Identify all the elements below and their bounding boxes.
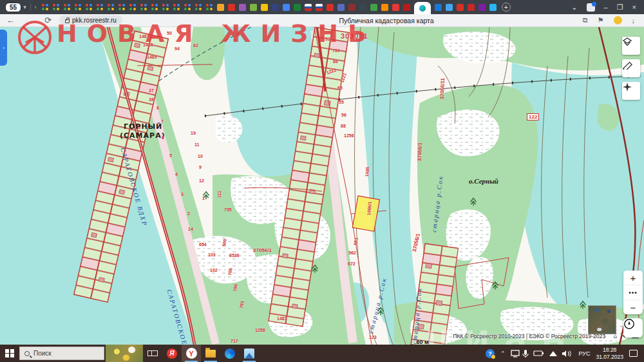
tab-search-icon[interactable]: ⌄ <box>571 3 577 12</box>
browser-tab[interactable] <box>108 4 115 11</box>
browser-tab[interactable] <box>129 4 137 11</box>
parcel-label[interactable]: 65 <box>337 86 343 90</box>
quarter-label[interactable]: 122 <box>527 113 539 120</box>
notification-center-icon[interactable] <box>629 350 638 357</box>
parcel-label[interactable]: 56 <box>341 113 346 117</box>
parcel-label[interactable]: 88 <box>341 124 346 128</box>
zoom-levels-button[interactable]: ••• <box>623 285 643 300</box>
browser-tab[interactable] <box>359 4 366 11</box>
avatar[interactable] <box>614 16 622 24</box>
parcel-label[interactable]: 11 <box>194 142 199 147</box>
layers-button[interactable] <box>622 37 640 55</box>
browser-tab[interactable] <box>195 4 202 11</box>
parcel-label[interactable]: 14 <box>188 227 193 231</box>
bookmark-icon[interactable]: ⚑ <box>598 16 604 24</box>
browser-tab[interactable] <box>370 4 377 11</box>
parcel-label[interactable]: 717 <box>231 339 238 343</box>
parcel-label[interactable]: 3 <box>181 192 184 196</box>
browser-tab[interactable] <box>42 4 49 11</box>
browser-tab[interactable] <box>272 4 279 11</box>
parcel-label[interactable]: 7 <box>161 119 164 124</box>
quarter-label[interactable]: 37056/1 <box>253 247 272 253</box>
quarter-label[interactable]: 37056/1 <box>417 142 423 161</box>
parcel-label[interactable]: 38 <box>149 97 154 102</box>
parcel-label[interactable]: 562 <box>348 251 356 255</box>
parcel-label[interactable]: 6 <box>162 135 164 140</box>
parcel-label[interactable]: 2 <box>187 211 190 216</box>
back-button[interactable]: ← <box>6 15 15 25</box>
zoom-out-button[interactable]: − <box>623 300 643 314</box>
parcel-label[interactable]: 1488 <box>143 43 153 47</box>
browser-tab[interactable] <box>151 4 158 11</box>
parcel-label[interactable]: 37 <box>149 88 154 93</box>
tray-status-icons[interactable] <box>511 349 573 358</box>
parcel-label[interactable]: 111 <box>217 191 222 198</box>
browser-tab[interactable] <box>446 4 453 11</box>
search-highlight-image[interactable] <box>106 345 143 362</box>
browser-tab[interactable] <box>261 4 268 11</box>
parcel-label[interactable]: 4 <box>175 172 178 176</box>
parcel-label[interactable]: 19 <box>191 131 196 135</box>
language-indicator[interactable]: РУС <box>578 350 590 357</box>
browser-tab[interactable] <box>162 4 169 11</box>
parcel-label[interactable]: 654 <box>199 242 207 247</box>
parcel-label[interactable]: 1485 <box>365 166 370 176</box>
download-icon[interactable]: ↓ <box>632 17 636 24</box>
quarter-label[interactable]: 37056/11 <box>439 78 446 99</box>
parcel-label[interactable]: 1481 <box>277 316 287 321</box>
browser-tab[interactable] <box>381 4 388 11</box>
url-field[interactable]: pkk.rosreestr.ru <box>59 15 122 25</box>
parcel-label[interactable]: 672 <box>348 262 355 266</box>
taskbar-search[interactable]: Поиск <box>19 347 104 360</box>
start-button[interactable] <box>0 345 19 362</box>
parcel-label[interactable]: 12 <box>199 178 204 183</box>
close-button[interactable]: × <box>632 3 636 11</box>
browser-tab[interactable] <box>239 4 246 11</box>
task-view-button[interactable] <box>143 345 162 362</box>
sidebar-panel-icon[interactable]: ⧉ <box>583 16 588 24</box>
browser-tab[interactable] <box>228 4 235 11</box>
parcel-label[interactable]: 62 <box>193 43 198 48</box>
parcel-label[interactable]: 53 <box>325 37 330 41</box>
browser-tab[interactable] <box>489 4 497 11</box>
overview-minimap[interactable] <box>588 305 616 334</box>
locate-tool-button[interactable] <box>622 82 640 100</box>
zoom-in-button[interactable]: + <box>623 271 643 285</box>
browser-tab[interactable] <box>435 4 442 11</box>
browser-tab[interactable] <box>173 4 180 11</box>
browser-tab[interactable] <box>217 4 224 11</box>
browser-tab[interactable] <box>327 4 334 11</box>
parcel-label[interactable]: 55 <box>339 100 344 104</box>
file-explorer-app[interactable] <box>201 345 220 362</box>
parcel-label[interactable]: 8 <box>156 106 159 110</box>
parcel-label[interactable]: 123 <box>369 335 377 339</box>
parcel-label[interactable]: 1256 <box>344 133 354 138</box>
parcel-label[interactable]: 1258 <box>255 328 265 332</box>
yandex-browser-app[interactable]: Y <box>182 345 201 362</box>
parcel-label[interactable]: 102 <box>210 268 218 272</box>
browser-tab[interactable] <box>337 4 345 11</box>
browser-tab[interactable] <box>468 4 475 11</box>
browser-tab[interactable] <box>140 4 147 11</box>
browser-tab[interactable] <box>53 4 60 11</box>
parcel-label[interactable]: 86 <box>333 59 338 64</box>
edge-app[interactable] <box>220 345 240 362</box>
browser-tab[interactable] <box>316 4 323 11</box>
tab-counter[interactable]: 55 ▾ <box>5 3 26 12</box>
browser-tab[interactable] <box>250 4 257 11</box>
browser-tab[interactable] <box>75 4 82 11</box>
browser-tab[interactable] <box>86 4 93 11</box>
minimize-button[interactable]: – <box>604 3 608 11</box>
browser-tab[interactable] <box>64 4 71 11</box>
tray-expand-icon[interactable]: ⌃ <box>500 350 506 357</box>
parcel-label[interactable]: 795 <box>224 207 232 212</box>
parcel-label[interactable]: 6536 <box>229 253 240 258</box>
measure-button[interactable] <box>622 59 640 77</box>
browser-tab[interactable] <box>348 4 355 11</box>
browser-tab[interactable] <box>283 4 290 11</box>
restore-button[interactable]: ❐ <box>617 3 623 12</box>
profile-icon[interactable] <box>587 3 595 12</box>
parcel-label[interactable]: 9 <box>199 165 202 169</box>
scroll-tabs-left-icon[interactable]: ‹ <box>35 4 37 10</box>
quarter-label[interactable]: 303001 <box>341 32 368 40</box>
